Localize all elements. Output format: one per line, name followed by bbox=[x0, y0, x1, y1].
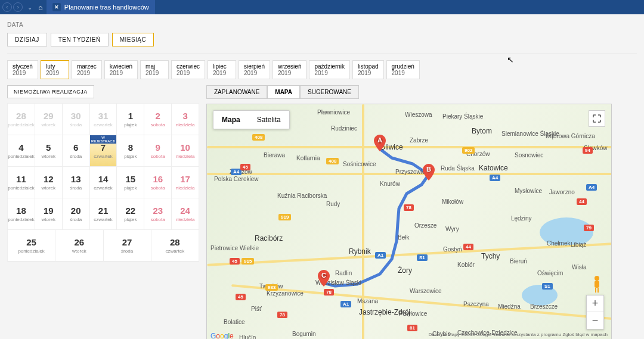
calendar-day-27[interactable]: 27środa bbox=[104, 230, 151, 262]
calendar-day-22[interactable]: 22piątek bbox=[117, 198, 144, 230]
zoom-in-button[interactable]: + bbox=[587, 296, 603, 312]
divider bbox=[7, 54, 637, 54]
nav-forward-button[interactable]: › bbox=[13, 2, 23, 12]
impossible-realization-button[interactable]: NIEMOŻLIWA REALIZACJA bbox=[7, 85, 94, 98]
city-label: Rudy bbox=[326, 201, 340, 207]
calendar-day-14[interactable]: 14czwartek bbox=[90, 167, 117, 198]
calendar-day-7[interactable]: W REJESTRACJI7czwartek bbox=[90, 135, 117, 167]
map-marker-B[interactable]: B bbox=[423, 164, 435, 181]
map-canvas[interactable]: PławniowiceWieszowaPiekary ŚląskieBytomS… bbox=[206, 104, 612, 339]
map-type-map[interactable]: Mapa bbox=[213, 111, 249, 129]
calendar-day-24[interactable]: 24niedziela bbox=[172, 198, 199, 230]
calendar-day-19[interactable]: 19wtorek bbox=[35, 198, 63, 230]
map-tab-mapa[interactable]: MAPA bbox=[267, 85, 300, 99]
city-label: Rudziniec bbox=[331, 125, 357, 132]
calendar-day-16[interactable]: 16sobota bbox=[144, 167, 172, 198]
map-marker-A[interactable]: A bbox=[374, 135, 386, 151]
calendar-day-29[interactable]: 29wtorek bbox=[35, 104, 63, 135]
calendar-day-2[interactable]: 2sobota bbox=[144, 104, 172, 135]
city-label: Zabrze bbox=[410, 137, 428, 144]
month-sierpień[interactable]: sierpień2019 bbox=[239, 60, 270, 79]
zoom-control: + − bbox=[586, 295, 604, 329]
map-type-satellite[interactable]: Satelita bbox=[249, 111, 289, 129]
city-label: Knurów bbox=[380, 181, 400, 187]
month-październik[interactable]: październik2019 bbox=[309, 60, 350, 79]
city-label: Mikołów bbox=[442, 198, 463, 205]
month-luty[interactable]: luty2019 bbox=[41, 60, 69, 79]
calendar-day-23[interactable]: 23sobota bbox=[144, 198, 172, 230]
city-label: Mszana bbox=[357, 298, 378, 304]
month-maj[interactable]: maj2019 bbox=[140, 60, 169, 79]
calendar-day-3[interactable]: 3niedziela bbox=[172, 104, 199, 135]
calendar-day-4[interactable]: 4poniedziałek bbox=[8, 135, 35, 167]
city-label: Jastrzębie-Zdrój bbox=[359, 308, 410, 316]
pegman-icon[interactable] bbox=[590, 275, 604, 294]
calendar-day-10[interactable]: 10niedziela bbox=[172, 135, 199, 167]
fullscreen-icon[interactable] bbox=[589, 110, 605, 127]
calendar-day-11[interactable]: 11poniedziałek bbox=[8, 167, 35, 198]
calendar-day-8[interactable]: 8piątek bbox=[117, 135, 144, 167]
city-label: Żory bbox=[398, 266, 412, 275]
range-button-ten tydzień[interactable]: TEN TYDZIEŃ bbox=[51, 33, 109, 46]
calendar-grid: 28poniedziałek29wtorek30środa31czwartek1… bbox=[7, 103, 199, 262]
calendar-day-25[interactable]: 25poniedziałek bbox=[8, 230, 55, 262]
calendar-day-31[interactable]: 31czwartek bbox=[90, 104, 117, 135]
month-czerwiec[interactable]: czerwiec2019 bbox=[171, 60, 205, 79]
calendar-day-5[interactable]: 5wtorek bbox=[35, 135, 63, 167]
road-label: A4 bbox=[490, 175, 500, 181]
calendar-day-26[interactable]: 26wtorek bbox=[55, 230, 103, 262]
calendar-day-15[interactable]: 15piątek bbox=[117, 167, 144, 198]
month-kwiecień[interactable]: kwiecień2019 bbox=[104, 60, 138, 79]
city-label: Lędziny bbox=[511, 215, 531, 222]
city-label: Bolatice bbox=[224, 319, 245, 325]
calendar-day-1[interactable]: 1piątek bbox=[117, 104, 144, 135]
city-label: Miedźna bbox=[498, 303, 521, 310]
road-label: S1 bbox=[417, 254, 428, 261]
month-listopad[interactable]: listopad2019 bbox=[352, 60, 383, 79]
home-icon[interactable]: ⌂ bbox=[38, 3, 43, 12]
svg-rect-6 bbox=[597, 288, 599, 293]
range-button-dzisiaj[interactable]: DZISIAJ bbox=[7, 33, 47, 46]
map-tab-zaplanowane[interactable]: ZAPLANOWANE bbox=[206, 85, 267, 99]
calendar-day-13[interactable]: 13środa bbox=[63, 167, 90, 198]
calendar-day-21[interactable]: 21czwartek bbox=[90, 198, 117, 230]
nav-dropdown-icon[interactable]: ⌄ bbox=[27, 4, 32, 11]
month-marzec[interactable]: marzec2019 bbox=[72, 60, 102, 79]
zoom-out-button[interactable]: − bbox=[587, 312, 603, 329]
road-label: 94 bbox=[583, 147, 593, 154]
road-label: 915 bbox=[242, 258, 254, 265]
tab-close-icon[interactable]: ✕ bbox=[52, 3, 61, 11]
active-tab[interactable]: ✕ Planowanie tras handlowców bbox=[47, 0, 155, 14]
calendar-day-28[interactable]: 28czwartek bbox=[151, 230, 199, 262]
data-label: DATA bbox=[7, 21, 637, 28]
map-marker-C[interactable]: C bbox=[318, 270, 330, 287]
nav-back-button[interactable]: ‹ bbox=[2, 2, 12, 12]
month-wrzesień[interactable]: wrzesień2019 bbox=[273, 60, 306, 79]
calendar-day-18[interactable]: 18poniedziałek bbox=[8, 198, 35, 230]
city-label: Oświęcim bbox=[537, 270, 563, 276]
city-label: Piśť bbox=[251, 306, 262, 312]
road-label: 408 bbox=[326, 158, 339, 164]
range-button-miesiąc[interactable]: MIESIĄC bbox=[112, 33, 154, 46]
city-label: Chełmek bbox=[547, 240, 570, 247]
calendar-day-17[interactable]: 17niedziela bbox=[172, 167, 199, 198]
app-top-bar: ‹ › ⌄ ⌂ ✕ Planowanie tras handlowców bbox=[0, 0, 644, 14]
city-label: Gostyń bbox=[443, 246, 462, 253]
svg-rect-5 bbox=[595, 288, 596, 293]
city-label: Tychy bbox=[481, 252, 500, 260]
month-styczeń[interactable]: styczeń2019 bbox=[7, 60, 38, 79]
svg-rect-4 bbox=[595, 281, 599, 288]
month-grudzień[interactable]: grudzień2019 bbox=[386, 60, 420, 79]
calendar-day-9[interactable]: 9sobota bbox=[144, 135, 172, 167]
calendar-day-12[interactable]: 12wtorek bbox=[35, 167, 63, 198]
calendar-day-30[interactable]: 30środa bbox=[63, 104, 90, 135]
map-attribution[interactable]: Dane do Mapy ©2019 Google Warunki korzys… bbox=[429, 332, 608, 339]
road-label: A4 bbox=[586, 184, 597, 191]
road-label: 78 bbox=[404, 204, 414, 211]
road-label: 933 bbox=[265, 284, 278, 291]
calendar-day-6[interactable]: 6środa bbox=[63, 135, 90, 167]
map-tab-sugerowane[interactable]: SUGEROWANE bbox=[300, 85, 359, 99]
calendar-day-20[interactable]: 20środa bbox=[63, 198, 90, 230]
calendar-day-28[interactable]: 28poniedziałek bbox=[8, 104, 35, 135]
month-lipiec[interactable]: lipiec2019 bbox=[208, 60, 236, 79]
